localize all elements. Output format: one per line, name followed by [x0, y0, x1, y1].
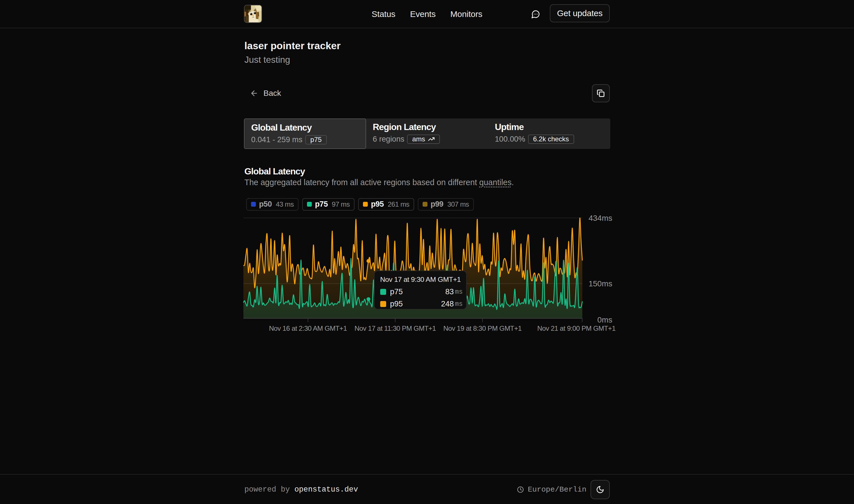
svg-text:434ms: 434ms: [588, 214, 612, 222]
svg-text:Nov 21 at 9:00 PM GMT+1: Nov 21 at 9:00 PM GMT+1: [538, 324, 616, 332]
svg-text:Nov 16 at 2:30 AM GMT+1: Nov 16 at 2:30 AM GMT+1: [269, 324, 347, 332]
svg-text:150ms: 150ms: [588, 279, 612, 288]
svg-text:0ms: 0ms: [597, 316, 612, 324]
svg-text:Nov 17 at 11:30 PM GMT+1: Nov 17 at 11:30 PM GMT+1: [355, 324, 436, 332]
svg-text:Nov 19 at 8:30 PM GMT+1: Nov 19 at 8:30 PM GMT+1: [443, 324, 522, 332]
